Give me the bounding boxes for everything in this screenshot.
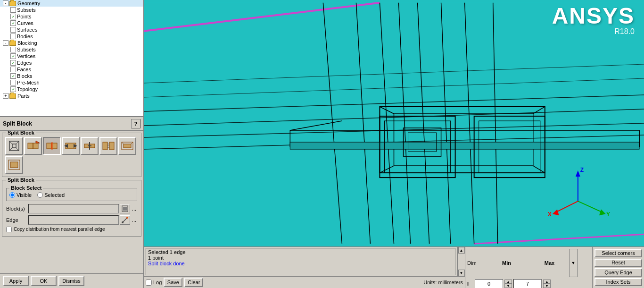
viewport-svg: Z X Y (144, 0, 644, 246)
split-block-icon-7[interactable] (118, 137, 136, 155)
tree-checkbox-curves[interactable]: ✓ (10, 20, 16, 26)
dim-header-label: Dim (467, 260, 481, 266)
bottom-buttons-row: Apply OK Dismiss (0, 273, 143, 288)
tree-expand-blocking[interactable]: - (3, 40, 8, 46)
log-checkbox[interactable]: Log (146, 280, 162, 286)
tree-item-points[interactable]: ✓ Points (0, 13, 143, 20)
tree-item-surfaces[interactable]: Surfaces (0, 26, 143, 33)
query-edge-button[interactable]: Query Edge (594, 268, 642, 277)
split-block-content: Split Block (0, 131, 143, 273)
log-check[interactable] (146, 280, 152, 286)
index-sets-button[interactable]: Index Sets (594, 278, 642, 287)
tree-checkbox-vertices[interactable]: ✓ (10, 53, 16, 59)
right-btns-panel: Select corners Reset Query Edge Index Se… (592, 247, 644, 288)
save-button[interactable]: Save (164, 278, 182, 287)
tree-folder-parts (9, 93, 16, 99)
tree-item-bodies[interactable]: Bodies (0, 33, 143, 40)
tree-checkbox-faces[interactable] (10, 67, 16, 72)
tree-label-faces: Faces (17, 67, 31, 72)
dim-i-max-spin: ▲ ▼ (543, 280, 551, 288)
radio-visible[interactable]: Visible (9, 192, 32, 198)
tree-checkbox-points[interactable]: ✓ (10, 14, 16, 19)
tree-item-b-subsets[interactable]: Subsets (0, 46, 143, 53)
viewport-canvas[interactable]: ANSYS R18.0 (144, 0, 644, 246)
tree-label-edges: Edges (17, 60, 32, 66)
tree-label-topology: Topology (17, 86, 38, 92)
status-scroll-up[interactable]: ▲ (458, 247, 465, 254)
copy-dist-checkbox[interactable] (6, 227, 12, 232)
tree-item-parts[interactable]: + Parts (0, 93, 143, 99)
edge-label: Edge (6, 217, 27, 223)
tree-checkbox-surfaces[interactable] (10, 27, 16, 33)
split-block-panel: Split Block ? Split Block (0, 117, 143, 288)
dim-i-max[interactable] (513, 279, 542, 288)
split-block-icon-8[interactable] (5, 156, 23, 174)
dim-scroll-bar[interactable]: ▼ (569, 249, 578, 277)
tree-expand-geometry[interactable]: - (3, 0, 8, 6)
tree-item-curves[interactable]: ✓ Curves (0, 20, 143, 26)
split-block-icon-2[interactable] (24, 137, 42, 155)
tree-item-pre-mesh[interactable]: Pre-Mesh (0, 79, 143, 86)
tree-checkbox-edges[interactable]: ✓ (10, 60, 16, 66)
radio-selected[interactable]: Selected (37, 192, 65, 198)
split-settings: Block Select Visible Selected (3, 181, 140, 235)
svg-line-2 (9, 141, 12, 144)
blocks-dots[interactable]: ... (131, 206, 137, 212)
tree-checkbox-subsets[interactable] (10, 7, 16, 13)
split-block-icon-4[interactable] (62, 137, 80, 155)
tree-item-subsets[interactable]: Subsets (0, 7, 143, 13)
dim-i-min-dn[interactable]: ▼ (504, 284, 512, 288)
tree-item-geometry[interactable]: - Geometry (0, 0, 143, 7)
tree-checkbox-bodies[interactable] (10, 34, 16, 39)
radio-selected-input[interactable] (37, 192, 43, 198)
tree-panel: - Geometry Subsets ✓ Points ✓ Curves (0, 0, 143, 117)
clear-button[interactable]: Clear (184, 278, 203, 287)
status-split-done[interactable]: Split block done (148, 261, 185, 266)
status-scroll-down[interactable]: ▼ (458, 270, 465, 276)
tree-item-edges[interactable]: ✓ Edges (0, 59, 143, 66)
tree-item-topology[interactable]: ✓ Topology (0, 86, 143, 93)
svg-text:Y: Y (606, 211, 610, 218)
split-block-icon-3[interactable] (43, 137, 61, 155)
tree-checkbox-b-subsets[interactable] (10, 47, 16, 52)
tree-item-faces[interactable]: Faces (0, 66, 143, 73)
svg-line-31 (123, 218, 127, 222)
tree-label-parts: Parts (17, 93, 30, 99)
edge-dots[interactable]: ... (131, 217, 137, 223)
viewport-area: ANSYS R18.0 (144, 0, 644, 288)
svg-rect-19 (109, 142, 114, 150)
edge-input[interactable] (28, 215, 119, 225)
status-scroll: ▲ ▼ (457, 247, 465, 276)
split-block-icon-6[interactable] (99, 137, 117, 155)
edge-select-btn[interactable] (120, 215, 130, 225)
tree-item-blocks[interactable]: ✓ Blocks (0, 73, 143, 79)
edge-field-row: Edge ... (6, 215, 137, 225)
ok-button[interactable]: OK (31, 276, 57, 286)
blocks-label: Block(s) (6, 206, 27, 212)
ansys-logo: ANSYS R18.0 (552, 5, 635, 36)
reset-button[interactable]: Reset (594, 259, 642, 267)
tree-checkbox-pre-mesh[interactable] (10, 80, 16, 85)
tree-expand-parts[interactable]: + (3, 93, 8, 99)
dim-i-max-dn[interactable]: ▼ (543, 284, 551, 288)
svg-text:Z: Z (580, 167, 584, 173)
dim-i-min[interactable] (475, 279, 503, 288)
select-corners-button[interactable]: Select corners (594, 249, 642, 257)
svg-line-3 (16, 141, 19, 144)
tree-item-vertices[interactable]: ✓ Vertices (0, 53, 143, 59)
radio-visible-input[interactable] (9, 192, 15, 198)
tree-item-blocking[interactable]: - Blocking (0, 40, 143, 46)
dim-i-max-up[interactable]: ▲ (543, 280, 551, 284)
split-block-icon-5[interactable] (81, 137, 99, 155)
tree-checkbox-topology[interactable]: ✓ (10, 86, 16, 92)
dim-i-min-up[interactable]: ▲ (504, 280, 512, 284)
split-block-icon-1[interactable] (5, 137, 23, 155)
apply-button[interactable]: Apply (3, 276, 29, 286)
tree-checkbox-blocks[interactable]: ✓ (10, 73, 16, 79)
dismiss-button[interactable]: Dismiss (58, 276, 84, 286)
blocks-select-btn[interactable] (120, 204, 130, 213)
tree-label-subsets: Subsets (17, 7, 36, 13)
help-button[interactable]: ? (131, 119, 140, 128)
radio-row: Visible Selected (9, 192, 134, 198)
blocks-input[interactable] (28, 204, 119, 213)
